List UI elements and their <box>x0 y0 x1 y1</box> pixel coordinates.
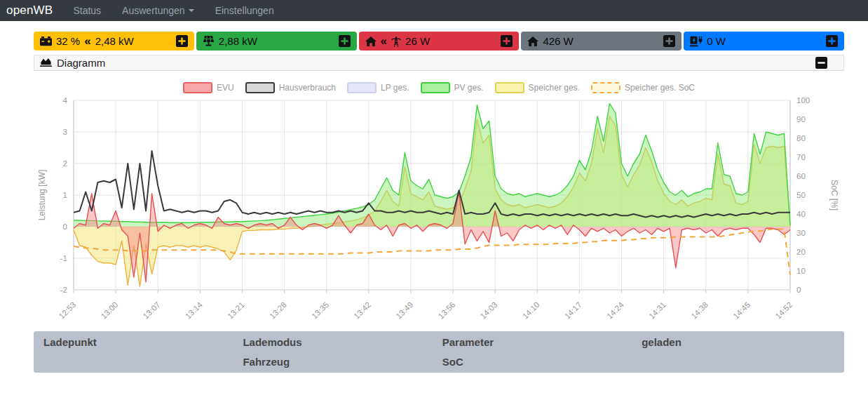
diagram-chart: -2-101234010203040506070809010012:5313:0… <box>34 71 844 329</box>
charging-station-icon <box>690 36 703 47</box>
svg-text:80: 80 <box>796 134 806 142</box>
table-header-parameter: Parameter <box>433 336 632 348</box>
svg-text:20: 20 <box>796 248 806 256</box>
svg-text:14:17: 14:17 <box>563 300 583 321</box>
svg-text:13:42: 13:42 <box>352 300 372 321</box>
svg-text:14:24: 14:24 <box>605 300 625 321</box>
badge-ladepunkt[interactable]: 0 W <box>684 32 844 51</box>
svg-text:13:21: 13:21 <box>226 300 246 321</box>
svg-text:14:45: 14:45 <box>731 300 752 321</box>
nav-items: StatusAuswertungenEinstellungen <box>62 0 284 21</box>
nav-item-einstellungen[interactable]: Einstellungen <box>205 0 285 21</box>
svg-text:-1: -1 <box>60 254 67 262</box>
table-header-soc: SoC <box>433 356 632 368</box>
badge-value: 2,48 kW <box>95 35 134 47</box>
plus-square-icon[interactable] <box>339 35 351 47</box>
diagram-panel-header: Diagramm <box>34 55 844 71</box>
svg-text:70: 70 <box>796 153 806 161</box>
badge-value: 426 W <box>543 35 573 47</box>
svg-text:13:00: 13:00 <box>100 300 120 321</box>
svg-text:0: 0 <box>796 286 801 294</box>
svg-text:2: 2 <box>63 159 67 168</box>
svg-text:60: 60 <box>796 172 806 180</box>
car-battery-icon <box>40 36 52 46</box>
svg-text:14:52: 14:52 <box>774 300 794 321</box>
svg-text:100: 100 <box>796 96 810 105</box>
svg-text:0: 0 <box>63 222 67 231</box>
angle-double-left-icon: « <box>84 35 90 47</box>
svg-text:13:07: 13:07 <box>142 300 162 321</box>
svg-text:13:56: 13:56 <box>437 300 457 321</box>
nav-item-auswertungen[interactable]: Auswertungen <box>111 0 205 21</box>
panel-title: Diagramm <box>57 57 105 69</box>
badge-hausverbrauch[interactable]: 426 W <box>521 32 681 51</box>
brand-logo[interactable]: openWB <box>0 4 62 18</box>
top-navbar: openWB StatusAuswertungenEinstellungen <box>0 0 868 21</box>
svg-text:1: 1 <box>63 191 67 199</box>
badge-value: 32 % <box>56 35 80 47</box>
svg-text:13:28: 13:28 <box>268 300 288 321</box>
plus-square-icon[interactable] <box>501 35 513 47</box>
chargepoint-status-table: LadepunktLademodusParametergeladenFahrze… <box>34 331 844 373</box>
badge-speicher[interactable]: 32 %«2,48 kW <box>34 32 194 51</box>
tower-icon <box>391 36 401 47</box>
svg-text:3: 3 <box>63 128 67 136</box>
svg-text:SoC [%]: SoC [%] <box>829 180 839 211</box>
chart-area-icon <box>40 57 52 69</box>
svg-text:4: 4 <box>63 96 68 105</box>
solar-panel-icon <box>203 36 215 46</box>
plus-square-icon[interactable] <box>176 35 188 47</box>
svg-text:40: 40 <box>796 210 806 218</box>
svg-text:14:03: 14:03 <box>479 300 499 321</box>
svg-text:14:10: 14:10 <box>521 300 541 321</box>
svg-text:90: 90 <box>796 115 806 124</box>
badge-value: 0 W <box>707 35 726 47</box>
table-header-fahrzeug: Fahrzeug <box>233 356 432 368</box>
badge-value: 2,88 kW <box>219 35 257 47</box>
svg-text:14:31: 14:31 <box>647 300 667 321</box>
chevron-down-icon <box>189 9 194 12</box>
nav-item-status[interactable]: Status <box>62 0 111 21</box>
angle-double-left-icon: « <box>381 35 387 47</box>
status-badge-row: 32 %«2,48 kW2,88 kW«26 W426 W0 W <box>34 32 844 51</box>
home-icon <box>365 36 377 46</box>
svg-text:14:38: 14:38 <box>689 300 710 321</box>
svg-text:50: 50 <box>796 191 806 199</box>
home-icon <box>527 36 538 46</box>
badge-evu[interactable]: «26 W <box>359 32 520 51</box>
svg-text:-2: -2 <box>60 286 67 294</box>
plus-square-icon[interactable] <box>663 35 675 47</box>
chart-plot-area: -2-101234010203040506070809010012:5313:0… <box>34 71 844 332</box>
svg-text:13:35: 13:35 <box>310 300 330 321</box>
collapse-panel-button[interactable] <box>815 57 827 69</box>
badge-pv[interactable]: 2,88 kW <box>196 32 357 51</box>
table-header-lademodus: Lademodus <box>233 336 432 348</box>
svg-text:12:53: 12:53 <box>57 300 78 321</box>
svg-text:30: 30 <box>796 229 806 237</box>
svg-text:10: 10 <box>796 267 806 275</box>
svg-text:13:14: 13:14 <box>184 300 204 321</box>
table-header-ladepunkt: Ladepunkt <box>34 336 233 348</box>
svg-text:13:49: 13:49 <box>394 300 414 321</box>
badge-value: 26 W <box>405 35 430 47</box>
plus-square-icon[interactable] <box>826 35 838 47</box>
svg-text:Leistung [kW]: Leistung [kW] <box>37 170 47 221</box>
openwb-page: { "navbar": { "brand": "openWB", "items"… <box>0 0 868 400</box>
table-header-geladen: geladen <box>632 336 844 348</box>
